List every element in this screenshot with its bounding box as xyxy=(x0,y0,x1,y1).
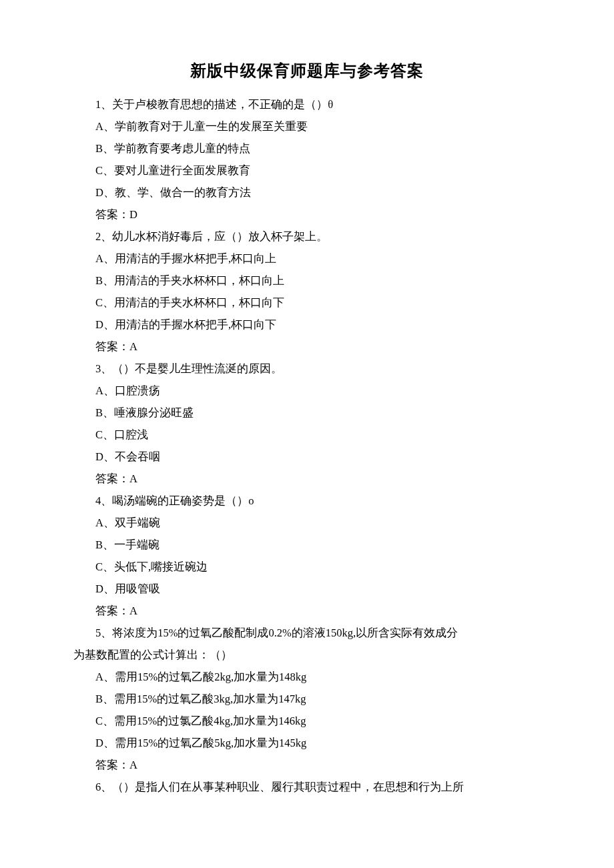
text-line: B、需用15%的过氧乙酸3kg,加水量为147kg xyxy=(73,688,541,710)
document-body: 1、关于卢梭教育思想的描述，不正确的是（）θA、学前教育对于儿童一生的发展至关重… xyxy=(73,93,541,798)
text-line: D、教、学、做合一的教育方法 xyxy=(73,181,541,203)
text-line: A、需用15%的过氧乙酸2kg,加水量为148kg xyxy=(73,666,541,688)
text-line: C、头低下,嘴接近碗边 xyxy=(73,556,541,578)
text-line: A、用清洁的手握水杯把手,杯口向上 xyxy=(73,248,541,270)
text-line: D、需用15%的过氧乙酸5kg,加水量为145kg xyxy=(73,732,541,754)
text-line: B、唾液腺分泌旺盛 xyxy=(73,402,541,424)
text-line: D、用吸管吸 xyxy=(73,578,541,600)
text-line: 4、喝汤端碗的正确姿势是（）o xyxy=(73,490,541,512)
text-line: A、学前教育对于儿童一生的发展至关重要 xyxy=(73,115,541,137)
text-line: B、一手端碗 xyxy=(73,534,541,556)
text-line: D、不会吞咽 xyxy=(73,446,541,468)
text-line: 答案：A xyxy=(73,754,541,776)
text-line: D、用清洁的手握水杯把手,杯口向下 xyxy=(73,314,541,336)
document-title: 新版中级保育师题库与参考答案 xyxy=(73,60,541,81)
text-line: 1、关于卢梭教育思想的描述，不正确的是（）θ xyxy=(73,93,541,115)
text-line: B、学前教育要考虑儿童的特点 xyxy=(73,137,541,159)
text-line: 5、将浓度为15%的过氧乙酸配制成0.2%的溶液150kg,以所含实际有效成分 xyxy=(73,622,541,644)
text-line: B、用清洁的手夹水杯杯口，杯口向上 xyxy=(73,270,541,292)
text-line: C、需用15%的过氯乙酸4kg,加水量为146kg xyxy=(73,710,541,732)
text-line: C、要对儿童进行全面发展教育 xyxy=(73,159,541,181)
text-line: A、双手端碗 xyxy=(73,512,541,534)
text-line: 答案：A xyxy=(73,468,541,490)
text-line: C、用清洁的手夹水杯杯口，杯口向下 xyxy=(73,292,541,314)
text-line: C、口腔浅 xyxy=(73,424,541,446)
text-line: 答案：D xyxy=(73,203,541,226)
text-line: 2、幼儿水杯消好毒后，应（）放入杯子架上。 xyxy=(73,226,541,248)
text-line: A、口腔溃疡 xyxy=(73,380,541,402)
text-line: 3、（）不是婴儿生理性流涎的原因。 xyxy=(73,358,541,380)
text-line: 答案：A xyxy=(73,336,541,358)
document-page: 新版中级保育师题库与参考答案 1、关于卢梭教育思想的描述，不正确的是（）θA、学… xyxy=(0,0,614,838)
text-line: 答案：A xyxy=(73,600,541,622)
text-line: 为基数配置的公式计算出：（） xyxy=(73,644,541,666)
text-line: 6、（）是指人们在从事某种职业、履行其职责过程中，在思想和行为上所 xyxy=(73,776,541,798)
